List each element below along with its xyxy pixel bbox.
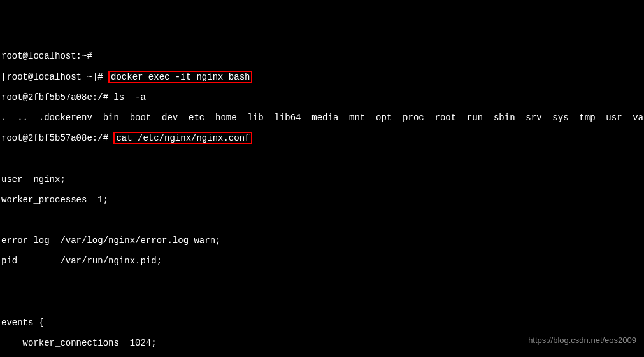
conf-line: events { [1,318,643,328]
cmd-cat-conf: cat /etc/nginx/nginx.conf [116,133,250,143]
line-partial-top: root@localhost:~# [1,51,92,61]
conf-line: user nginx; [1,174,643,185]
conf-line [1,276,643,286]
terminal-output[interactable]: root@localhost:~# [root@localhost ~]# do… [0,41,644,357]
cmd-docker-exec: docker exec -it nginx bash [111,72,250,82]
conf-line [1,297,643,307]
prompt-localhost: [root@localhost ~]# [1,72,108,82]
conf-line [1,215,643,225]
prompt-container-1: root@2fbf5b57a08e:/# [1,92,113,102]
conf-line: error_log /var/log/nginx/error.log warn; [1,235,643,246]
conf-line: pid /var/run/nginx.pid; [1,256,643,266]
cmd-ls: ls -a [113,92,145,102]
highlight-cmd1: docker exec -it nginx bash [108,71,252,83]
ls-output: . .. .dockerenv bin boot dev etc home li… [1,113,644,123]
conf-line: worker_processes 1; [1,195,643,205]
highlight-cmd2: cat /etc/nginx/nginx.conf [113,132,252,144]
prompt-container-2: root@2fbf5b57a08e:/# [1,133,113,143]
conf-line [1,153,643,164]
watermark-text: https://blog.csdn.net/eos2009 [528,336,636,346]
